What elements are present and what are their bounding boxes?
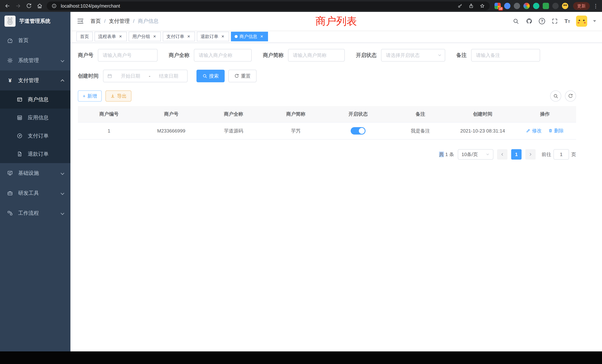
tab-merchant-info[interactable]: 商户信息 × <box>231 32 268 41</box>
chevron-down-icon <box>486 152 490 156</box>
sidebar-item-dev-tools[interactable]: 研发工具 <box>0 183 70 203</box>
url-bar[interactable]: localhost:1024/pay/merchant <box>47 1 490 10</box>
tab-user-group[interactable]: 用户分组 × <box>129 32 161 41</box>
close-icon[interactable]: × <box>220 34 225 39</box>
date-range-picker[interactable]: 开始日期 - 结束日期 <box>103 70 188 82</box>
refresh-icon[interactable] <box>565 90 576 102</box>
breadcrumb-payment[interactable]: 支付管理 <box>109 18 130 25</box>
avatar-caret-icon[interactable] <box>593 20 596 22</box>
extension-smiley-icon[interactable] <box>562 3 568 9</box>
chevron-down-icon <box>61 211 64 215</box>
short-name-input[interactable] <box>288 49 345 62</box>
filter-label: 创建时间 <box>78 73 99 79</box>
edit-link[interactable]: 修改 <box>526 128 542 134</box>
sidebar-item-label: 商户信息 <box>28 96 49 103</box>
reset-button[interactable]: 重置 <box>228 70 257 82</box>
browser-update-button[interactable]: 更新 <box>573 2 590 10</box>
sidebar-item-refund-order[interactable]: 退款订单 <box>0 145 70 163</box>
cell-merchant-no: M233666999 <box>140 122 202 139</box>
sidebar-item-workflow[interactable]: 工作流程 <box>0 203 70 223</box>
close-icon[interactable]: × <box>152 34 157 39</box>
add-button[interactable]: + 新增 <box>78 90 102 102</box>
bookmark-star-icon[interactable] <box>479 2 486 10</box>
sidebar-item-system[interactable]: 系统管理 <box>0 50 70 70</box>
extension-icon[interactable] <box>552 3 559 9</box>
forward-icon[interactable] <box>14 2 22 10</box>
home-icon[interactable] <box>36 2 43 10</box>
page-content: 商户号 商户全称 商户简称 开启状态 <box>70 43 602 351</box>
github-icon[interactable] <box>526 17 533 25</box>
browser-chrome: localhost:1024/pay/merchant 10 更新 ⋮ <box>0 0 602 12</box>
tab-home[interactable]: 首页 <box>76 32 93 41</box>
end-date-placeholder[interactable]: 结束日期 <box>154 73 183 79</box>
calendar-icon <box>107 73 112 79</box>
page-1-button[interactable]: 1 <box>511 149 522 160</box>
sidebar-item-merchant-info[interactable]: 商户信息 <box>0 90 70 109</box>
status-select-input[interactable] <box>381 49 445 62</box>
next-page-button[interactable] <box>525 149 536 160</box>
extension-icon[interactable]: 10 <box>494 3 501 9</box>
app-title: 芋道管理系统 <box>19 18 50 25</box>
page-size-select[interactable]: 10条/页 <box>458 149 493 160</box>
remark-input[interactable] <box>471 49 540 62</box>
tab-active-dot <box>235 35 238 38</box>
extension-icon[interactable] <box>533 3 539 9</box>
extension-icon[interactable] <box>523 3 530 9</box>
delete-link[interactable]: 删除 <box>548 128 564 134</box>
start-date-placeholder[interactable]: 开始日期 <box>116 73 146 79</box>
sidebar-item-app-info[interactable]: 应用信息 <box>0 109 70 127</box>
prev-page-button[interactable] <box>497 149 507 160</box>
fullscreen-icon[interactable] <box>551 17 559 25</box>
app-logo[interactable]: 芋道管理系统 <box>0 12 70 30</box>
password-key-icon[interactable] <box>456 2 464 10</box>
font-size-icon[interactable]: TT <box>564 18 570 24</box>
tab-pay-order[interactable]: 支付订单 × <box>163 32 195 41</box>
extension-icon[interactable] <box>504 3 510 9</box>
full-name-input[interactable] <box>194 49 252 62</box>
avatar[interactable] <box>576 16 587 27</box>
browser-menu-icon[interactable]: ⋮ <box>593 3 598 9</box>
search-icon[interactable] <box>512 17 519 25</box>
share-icon[interactable] <box>467 2 475 10</box>
export-button[interactable]: 导出 <box>106 90 131 102</box>
close-icon[interactable]: × <box>186 34 191 39</box>
column-header: 备注 <box>389 106 452 122</box>
goto-page-input[interactable] <box>553 149 569 160</box>
column-header: 商户全称 <box>202 106 265 122</box>
tab-refund-order[interactable]: 退款订单 × <box>197 32 229 41</box>
sidebar-item-infrastructure[interactable]: 基础设施 <box>0 163 70 183</box>
cell-remark: 我是备注 <box>389 122 452 139</box>
tab-process-form[interactable]: 流程表单 × <box>95 32 127 41</box>
extension-icon[interactable] <box>543 3 549 9</box>
toggle-search-icon[interactable] <box>550 90 561 102</box>
cell-short-name: 芋艿 <box>265 122 327 139</box>
sidebar-item-payment[interactable]: ¥ 支付管理 <box>0 70 70 90</box>
close-icon[interactable]: × <box>259 34 264 39</box>
sidebar-item-pay-order[interactable]: 支付订单 <box>0 127 70 145</box>
sidebar-item-home[interactable]: 首页 <box>0 30 70 50</box>
url-text[interactable]: localhost:1024/pay/merchant <box>61 3 453 9</box>
compass-icon <box>16 133 23 139</box>
breadcrumb-home[interactable]: 首页 <box>90 18 101 25</box>
cell-merchant-id: 1 <box>78 122 140 139</box>
help-icon[interactable]: ? <box>539 18 545 24</box>
chevron-down-icon <box>61 191 64 195</box>
filter-label: 备注 <box>456 52 467 59</box>
status-select[interactable] <box>381 49 445 62</box>
yen-icon: ¥ <box>7 77 13 84</box>
table-header-row: 商户编号 商户号 商户全称 商户简称 开启状态 备注 创建时间 操作 <box>78 106 576 122</box>
sidebar-collapse-icon[interactable] <box>76 17 85 25</box>
bottom-bar <box>0 351 602 364</box>
search-button[interactable]: 搜索 <box>196 70 225 82</box>
pagination-goto: 前往 页 <box>542 149 576 160</box>
font-size-glyph-large: T <box>564 18 568 24</box>
merchant-no-input[interactable] <box>98 49 158 62</box>
status-toggle[interactable] <box>351 127 366 135</box>
delete-link-label: 删除 <box>554 128 564 134</box>
page-info-icon[interactable] <box>50 2 58 10</box>
back-icon[interactable] <box>4 2 11 10</box>
close-icon[interactable]: × <box>118 34 123 39</box>
question-glyph: ? <box>541 19 543 23</box>
reload-icon[interactable] <box>25 2 33 10</box>
extension-icon[interactable] <box>514 3 520 9</box>
